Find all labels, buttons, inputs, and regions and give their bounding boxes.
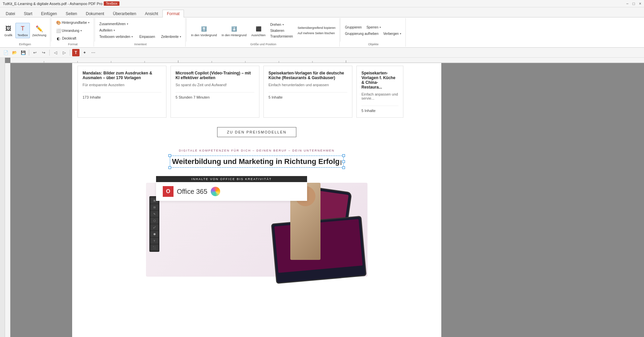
groesse-content: ⬆️ In den Vordergrund ⬇️ In den Hintergr… [189,19,337,42]
ruler-h-svg [10,58,644,63]
btn-forward[interactable]: ▷ [60,49,68,56]
card-1-subtitle: Für entspannte Auszeiten [83,83,161,87]
card-3-subtitle: Einfach herunterladen und anpassen [268,83,347,87]
format-content: 🎨 Hintergrundfarbe ▼ ⬜ Umrandung ▼ ◐ Dec… [54,19,92,42]
float-btn-6[interactable]: ⬢ [150,231,158,237]
tab-seiten[interactable]: Seiten [61,10,82,17]
btn-grafik[interactable]: 🖼 Grafik [2,23,15,38]
btn-more[interactable]: ⋯ [90,49,97,56]
tagline-sub: DIGITALE KOMPETENZEN FÜR DICH – DEINEN B… [72,149,441,152]
minimize-btn[interactable]: − [626,1,629,6]
btn-save[interactable]: 💾 [19,49,27,56]
chevron-3: ▼ [126,23,129,25]
maximize-btn[interactable]: □ [633,1,635,6]
float-btn-4[interactable]: ⬡ [150,218,158,224]
btn-verbergen[interactable]: Verbergen ▼ [382,31,403,37]
btn-hintergrund[interactable]: ⬇️ In den Hintergrund [220,23,248,38]
float-btn-7[interactable]: T [150,238,158,244]
ribbon: 🖼 Grafik T Textbox ✏️ Zeichnung Einfügen… [0,17,644,48]
btn-text-cursor[interactable]: T [72,49,80,56]
btn-select[interactable]: ✦ [81,49,88,56]
btn-zeilenbreite[interactable]: Zeilenbreite ▼ [159,34,183,40]
btn-zusammenfuehren[interactable]: Zusammenführen ▼ [98,21,130,27]
gruppierung-aufheben-label: Gruppierung aufheben [345,32,379,36]
btn-transformieren[interactable]: Transformieren [268,34,294,39]
tab-ansicht[interactable]: Ansicht [141,10,162,17]
tab-datei[interactable]: Datei [1,10,19,17]
card-3-divider [268,92,347,93]
card-3-count: 5 Inhalte [268,95,347,99]
chevron-5: ▼ [131,36,133,38]
chevron-6: ▼ [179,36,182,38]
device-area: INHALTE VON OFFICE BIS KREATIVITÄT O Off… [139,176,374,283]
btn-textboxen-verbinden[interactable]: Textboxen verbinden ▼ [98,34,135,40]
tagline-main: Weiterbildung und Marketing in Richtung … [172,157,340,166]
border-icon: ⬜ [56,28,61,34]
btn-gruppierung-aufheben[interactable]: Gruppierung aufheben [343,31,380,37]
card-3: Speisekarten-Vorlagen für die deutsche K… [263,66,352,118]
einfuegen-content: 🖼 Grafik T Textbox ✏️ Zeichnung [2,19,48,42]
aufteilen-label: Aufteilen [99,29,112,32]
innentext-content: Zusammenführen ▼ Aufteilen ▼ Textboxen v… [98,19,183,42]
btn-gruppieren[interactable]: Gruppieren [343,24,363,30]
tab-einfuegen[interactable]: Einfügen [37,10,61,17]
einpassen-label: Einpassen [139,35,155,39]
deckkraft-label: Deckkraft [62,37,76,40]
btn-ausrichten[interactable]: ⬛ Ausrichten [250,23,267,38]
float-btn-2[interactable]: ⊟ [150,204,158,210]
btn-redo[interactable]: ↪ [40,49,47,56]
btn-back[interactable]: ◁ [52,49,59,56]
card-1-title: Mandalas: Bilder zum Ausdrucken & Ausmal… [83,71,161,80]
btn-seiten-kopieren[interactable]: Seitenübergreifend kopieren [296,25,337,30]
quick-toolbar: 📄 📂 💾 ↩ ↪ ◁ ▷ T ✦ ⋯ [0,48,644,58]
btn-new[interactable]: 📄 [2,49,9,56]
innentext-row3: Textboxen verbinden ▼ Einpassen Zeilenbr… [98,34,183,40]
card-1-count: 173 Inhalte [83,95,161,99]
btn-aufteilen[interactable]: Aufteilen ▼ [98,27,117,33]
float-btn-3[interactable]: ✎ [150,211,158,217]
handle-tl [168,154,171,157]
btn-seiten-loeschen[interactable]: Auf mehrere Seiten löschen [296,31,337,36]
tab-dokument[interactable]: Dokument [82,10,109,17]
tab-ueberarbeiten[interactable]: Überarbeiten [108,10,140,17]
float-btn-8[interactable]: ⬛ [150,244,158,250]
card-4-subtitle: Einfach anpassen und servie... [361,92,398,100]
cta-button[interactable]: ZU DEN PREISMODELLEN [217,127,296,137]
btn-skalieren[interactable]: Skalieren [268,28,294,33]
btn-drehen[interactable]: Drehen ▼ [268,22,294,27]
btn-open[interactable]: 📂 [11,49,18,56]
btn-textbox[interactable]: T Textbox [15,23,30,38]
btn-hintergrundfarbe[interactable]: 🎨 Hintergrundfarbe ▼ [54,19,92,26]
bottom-section: INHALTE VON OFFICE BIS KREATIVITÄT O Off… [72,169,441,290]
btn-deckkraft[interactable]: ◐ Deckkraft [54,35,78,42]
chevron-icon: ▼ [88,21,90,24]
chevron-4: ▼ [113,29,115,32]
btn-umrandung[interactable]: ⬜ Umrandung ▼ [54,27,84,35]
card-3-title: Speisekarten-Vorlagen für die deutsche K… [268,71,347,80]
zusammenfuehren-label: Zusammenführen [99,22,126,26]
divider-2 [95,18,95,42]
divider-3 [186,18,187,42]
btn-vordergrund[interactable]: ⬆️ In den Vordergrund [189,23,218,38]
transformieren-label: Transformieren [270,35,293,38]
textbox-selected[interactable]: Weiterbildung und Marketing in Richtung … [170,156,344,168]
innentext-row1: Zusammenführen ▼ [98,21,130,27]
tab-start[interactable]: Start [19,10,37,17]
canvas-area[interactable]: Mandalas: Bilder zum Ausdrucken & Ausmal… [5,58,644,337]
textbox-wrapper[interactable]: Weiterbildung und Marketing in Richtung … [170,156,344,168]
btn-zeichnung[interactable]: ✏️ Zeichnung [31,23,48,38]
tab-format[interactable]: Format [162,10,184,17]
window-controls[interactable]: − □ × [626,1,641,6]
float-btn-5[interactable]: 🖊 [150,224,158,230]
hintergrund-label: In den Hintergrund [221,34,247,37]
btn-einpassen[interactable]: Einpassen [138,34,157,40]
btn-sperren[interactable]: Sperren ▼ [365,24,383,30]
ruler-horizontal [10,58,644,63]
textbox-icon: T [18,24,28,34]
btn-undo[interactable]: ↩ [31,49,39,56]
card-1: Mandalas: Bilder zum Ausdrucken & Ausmal… [78,66,166,118]
card-4-count: 5 Inhalte [361,109,398,113]
close-btn[interactable]: × [639,1,641,6]
ausrichten-icon: ⬛ [254,24,263,34]
pdf-page: Mandalas: Bilder zum Ausdrucken & Ausmal… [72,63,441,337]
